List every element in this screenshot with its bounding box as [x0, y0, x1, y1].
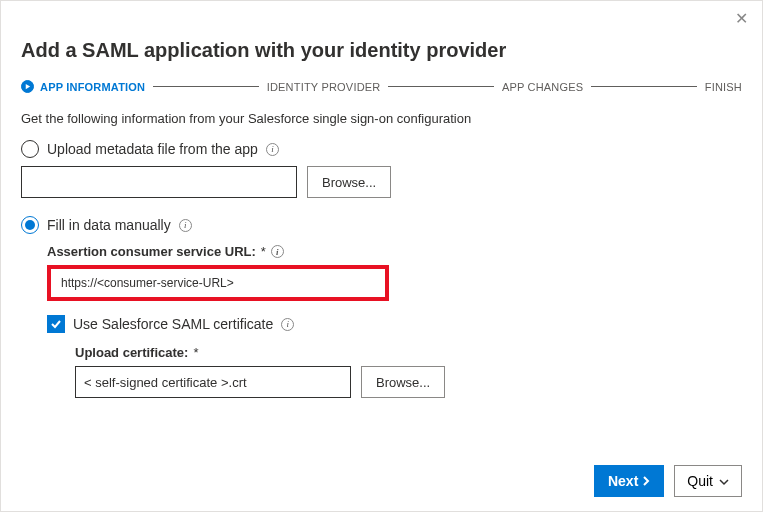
- intro-text: Get the following information from your …: [21, 111, 742, 126]
- info-icon[interactable]: i: [266, 143, 279, 156]
- step-label: APP INFORMATION: [40, 81, 145, 93]
- acs-url-label: Assertion consumer service URL: * i: [47, 244, 742, 259]
- quit-button-label: Quit: [687, 473, 713, 489]
- chevron-right-icon: [642, 473, 650, 489]
- radio-upload-metadata-label: Upload metadata file from the app: [47, 141, 258, 157]
- use-salesforce-cert-label: Use Salesforce SAML certificate: [73, 316, 273, 332]
- page-title: Add a SAML application with your identit…: [21, 39, 742, 62]
- radio-fill-manually-label: Fill in data manually: [47, 217, 171, 233]
- step-app-information: APP INFORMATION: [21, 80, 145, 93]
- step-divider: [591, 86, 696, 87]
- quit-button[interactable]: Quit: [674, 465, 742, 497]
- info-icon[interactable]: i: [271, 245, 284, 258]
- step-identity-provider: IDENTITY PROVIDER: [267, 81, 381, 93]
- next-button[interactable]: Next: [594, 465, 664, 497]
- step-label: APP CHANGES: [502, 81, 583, 93]
- step-finish: FINISH: [705, 81, 742, 93]
- browse-cert-button[interactable]: Browse...: [361, 366, 445, 398]
- acs-url-input[interactable]: [51, 269, 385, 297]
- info-icon[interactable]: i: [179, 219, 192, 232]
- step-label: FINISH: [705, 81, 742, 93]
- step-active-icon: [21, 80, 34, 93]
- next-button-label: Next: [608, 473, 638, 489]
- step-label: IDENTITY PROVIDER: [267, 81, 381, 93]
- step-app-changes: APP CHANGES: [502, 81, 583, 93]
- step-divider: [153, 86, 258, 87]
- chevron-down-icon: [719, 473, 729, 489]
- acs-url-highlight: [47, 265, 389, 301]
- info-icon[interactable]: i: [281, 318, 294, 331]
- wizard-stepper: APP INFORMATION IDENTITY PROVIDER APP CH…: [21, 80, 742, 93]
- browse-metadata-button[interactable]: Browse...: [307, 166, 391, 198]
- cert-file-path-input[interactable]: < self-signed certificate >.crt: [75, 366, 351, 398]
- radio-fill-manually[interactable]: [21, 216, 39, 234]
- svg-marker-0: [26, 84, 30, 89]
- close-icon[interactable]: ✕: [735, 11, 748, 27]
- use-salesforce-cert-checkbox[interactable]: [47, 315, 65, 333]
- upload-cert-label: Upload certificate: *: [75, 345, 742, 360]
- metadata-file-path-input[interactable]: [21, 166, 297, 198]
- step-divider: [388, 86, 493, 87]
- radio-upload-metadata[interactable]: [21, 140, 39, 158]
